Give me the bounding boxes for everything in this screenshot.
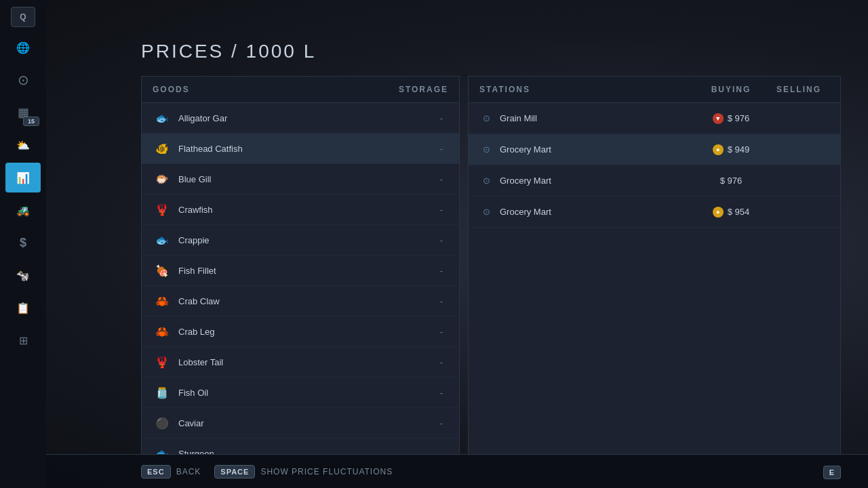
- sidebar-q-key[interactable]: Q: [11, 7, 35, 27]
- goods-storage-10: -: [435, 418, 448, 428]
- station-icon-1: ⊙: [479, 143, 493, 157]
- e-key-wrapper: E: [823, 466, 841, 478]
- selling-column-header: SELLING: [768, 85, 829, 94]
- page-title: PRICES / 1000 L: [141, 41, 841, 62]
- notes-icon: 📋: [16, 302, 30, 314]
- sidebar-item-notes[interactable]: 📋: [5, 293, 41, 323]
- station-name-2: Grocery Mart: [500, 176, 694, 186]
- station-name-0: Grain Mill: [500, 113, 694, 123]
- goods-storage-1: -: [435, 144, 448, 154]
- space-hint: SPACE SHOW PRICE FLUCTUATIONS: [214, 465, 393, 479]
- station-icon-2: ⊙: [479, 174, 493, 188]
- buying-price-0: $ 976: [728, 113, 750, 123]
- goods-row[interactable]: 🦀 Crab Claw -: [142, 286, 459, 317]
- sidebar-item-animal[interactable]: 🐄: [5, 260, 41, 290]
- goods-row[interactable]: 🦀 Crab Leg -: [142, 317, 459, 347]
- goods-icon-1: 🐠: [153, 139, 172, 158]
- panels-wrapper: GOODS STORAGE 🐟 Alligator Gar - 🐠 Flathe…: [141, 76, 841, 455]
- steering-icon: ⊙: [18, 72, 29, 88]
- goods-name-4: Crappie: [178, 235, 435, 245]
- station-row[interactable]: ⊙ Grain Mill ▼ $ 976: [469, 103, 840, 134]
- sidebar-item-chart[interactable]: 📊: [5, 163, 41, 192]
- goods-storage-6: -: [435, 296, 448, 306]
- esc-key[interactable]: ESC: [141, 465, 171, 479]
- station-icon-0: ⊙: [479, 112, 493, 125]
- price-badge-gold-1: ●: [713, 144, 724, 155]
- sidebar-item-tractor[interactable]: 🚜: [5, 195, 41, 225]
- goods-row[interactable]: 🍖 Fish Fillet -: [142, 256, 459, 286]
- chart-icon: 📊: [16, 171, 30, 184]
- goods-icon-2: 🐡: [153, 169, 172, 188]
- station-row[interactable]: ⊙ Grocery Mart ● $ 954: [469, 197, 840, 228]
- goods-storage-0: -: [435, 113, 448, 123]
- price-badge-red-0: ▼: [713, 113, 724, 124]
- station-buying-0: ▼ $ 976: [694, 113, 768, 124]
- sidebar-item-weather[interactable]: ⛅: [5, 130, 41, 160]
- goods-name-7: Crab Leg: [178, 327, 435, 337]
- goods-row[interactable]: 🦞 Lobster Tail -: [142, 347, 459, 378]
- grid-icon: ⊞: [19, 334, 28, 347]
- goods-name-6: Crab Claw: [178, 296, 435, 306]
- goods-icon-11: 🐟: [153, 444, 172, 455]
- goods-storage-3: -: [435, 205, 448, 215]
- stations-column-header: STATIONS: [479, 85, 694, 94]
- sidebar-item-dollar[interactable]: $: [5, 228, 41, 258]
- goods-icon-6: 🦀: [153, 291, 172, 310]
- buying-column-header: BUYING: [694, 85, 768, 94]
- stations-list: ⊙ Grain Mill ▼ $ 976 ⊙ Grocery Mart ● $ …: [469, 103, 840, 228]
- sidebar-item-steering[interactable]: ⊙: [5, 65, 41, 95]
- goods-name-2: Blue Gill: [178, 174, 435, 184]
- goods-row[interactable]: 🦞 Crawfish -: [142, 195, 459, 225]
- buying-price-2: $ 976: [720, 176, 743, 186]
- buying-price-3: $ 954: [728, 207, 750, 217]
- goods-icon-8: 🦞: [153, 352, 172, 371]
- goods-name-1: Flathead Catfish: [178, 144, 435, 154]
- goods-storage-4: -: [435, 235, 448, 245]
- goods-row[interactable]: 🐟 Sturgeon -: [142, 439, 459, 455]
- goods-row[interactable]: 🐡 Blue Gill -: [142, 164, 459, 195]
- main-content: PRICES / 1000 L GOODS STORAGE 🐟 Alligato…: [46, 0, 868, 488]
- goods-name-0: Alligator Gar: [178, 113, 435, 123]
- goods-panel: GOODS STORAGE 🐟 Alligator Gar - 🐠 Flathe…: [141, 76, 460, 455]
- goods-icon-9: 🫙: [153, 383, 172, 402]
- goods-icon-5: 🍖: [153, 261, 172, 280]
- price-badge-gold-3: ●: [713, 207, 724, 218]
- sidebar-item-globe[interactable]: [5, 33, 41, 62]
- station-row[interactable]: ⊙ Grocery Mart $ 976: [469, 165, 840, 197]
- sidebar-item-calendar[interactable]: ▦ 15: [5, 98, 41, 127]
- station-row[interactable]: ⊙ Grocery Mart ● $ 949: [469, 134, 840, 165]
- bottom-bar: ESC BACK SPACE SHOW PRICE FLUCTUATIONS E: [46, 454, 868, 488]
- buying-price-1: $ 949: [728, 144, 750, 155]
- weather-icon: ⛅: [16, 139, 30, 152]
- tractor-icon: 🚜: [16, 204, 30, 217]
- goods-row[interactable]: 🐟 Alligator Gar -: [142, 103, 459, 134]
- goods-icon-3: 🦞: [153, 200, 172, 219]
- fluctuations-label: SHOW PRICE FLUCTUATIONS: [260, 467, 393, 476]
- station-buying-3: ● $ 954: [694, 207, 768, 218]
- goods-storage-2: -: [435, 174, 448, 184]
- sidebar-item-grid[interactable]: ⊞: [5, 325, 41, 355]
- goods-name-3: Crawfish: [178, 205, 435, 215]
- goods-panel-header: GOODS STORAGE: [142, 77, 459, 103]
- stations-panel-header: STATIONS BUYING SELLING: [469, 77, 840, 103]
- goods-name-10: Caviar: [178, 418, 435, 428]
- goods-storage-7: -: [435, 327, 448, 337]
- goods-storage-5: -: [435, 266, 448, 276]
- goods-row[interactable]: 🐠 Flathead Catfish -: [142, 134, 459, 164]
- goods-name-8: Lobster Tail: [178, 357, 435, 367]
- goods-icon-4: 🐟: [153, 230, 172, 249]
- goods-name-9: Fish Oil: [178, 388, 435, 398]
- station-buying-1: ● $ 949: [694, 144, 768, 155]
- space-key[interactable]: SPACE: [214, 465, 255, 479]
- goods-row[interactable]: ⚫ Caviar -: [142, 408, 459, 439]
- goods-row[interactable]: 🐟 Crappie -: [142, 225, 459, 256]
- goods-row[interactable]: 🫙 Fish Oil -: [142, 378, 459, 408]
- stations-panel: STATIONS BUYING SELLING ⊙ Grain Mill ▼ $…: [468, 76, 841, 455]
- globe-icon: [16, 41, 30, 55]
- goods-list[interactable]: 🐟 Alligator Gar - 🐠 Flathead Catfish - 🐡…: [142, 103, 459, 455]
- goods-storage-9: -: [435, 388, 448, 398]
- station-name-1: Grocery Mart: [500, 144, 694, 155]
- e-key[interactable]: E: [823, 466, 841, 479]
- goods-icon-10: ⚫: [153, 413, 172, 432]
- sidebar: Q ⊙ ▦ 15 ⛅ 📊 🚜 $ 🐄 📋 ⊞: [0, 0, 46, 488]
